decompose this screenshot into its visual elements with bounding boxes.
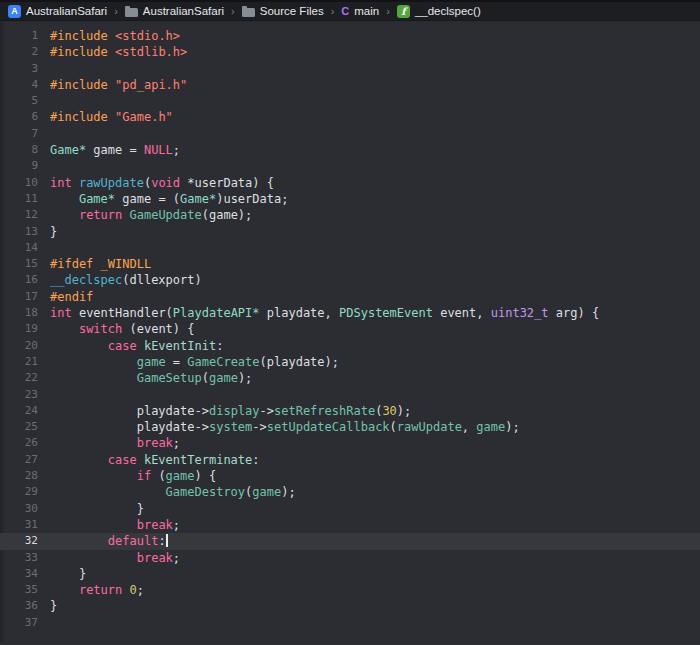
line-number[interactable]: 5 <box>0 93 38 109</box>
code-editor[interactable]: 1#include <stdio.h>2#include <stdlib.h>3… <box>0 21 700 642</box>
line-number[interactable]: 16 <box>0 272 38 288</box>
line-number[interactable]: 33 <box>0 550 38 566</box>
line-number[interactable]: 25 <box>0 419 38 435</box>
line-number[interactable]: 37 <box>0 615 38 631</box>
line-number[interactable]: 13 <box>0 224 38 240</box>
code-line-24[interactable]: 24 playdate->display->setRefreshRate(30)… <box>0 403 700 419</box>
code-line-11[interactable]: 11 Game* game = (Game*)userData; <box>0 191 700 207</box>
line-number[interactable]: 20 <box>0 338 38 354</box>
code-line-7[interactable]: 7 <box>0 126 700 142</box>
line-number[interactable]: 28 <box>0 468 38 484</box>
token-plain: ) { <box>195 469 217 483</box>
line-number[interactable]: 30 <box>0 501 38 517</box>
token-keyword: case <box>108 453 144 467</box>
code-text: default: <box>50 533 168 549</box>
line-number[interactable]: 26 <box>0 435 38 451</box>
token-string: "Game.h" <box>115 110 173 124</box>
line-number[interactable]: 23 <box>0 387 38 403</box>
token-keyword: NULL <box>144 143 173 157</box>
line-number[interactable]: 9 <box>0 158 38 174</box>
line-number[interactable]: 24 <box>0 403 38 419</box>
code-line-33[interactable]: 33 break; <box>0 550 700 566</box>
code-line-1[interactable]: 1#include <stdio.h> <box>0 28 700 44</box>
code-text: __declspec(dllexport) <box>50 272 202 288</box>
token-plain: ); <box>505 420 519 434</box>
line-number[interactable]: 4 <box>0 77 38 93</box>
code-line-28[interactable]: 28 if (game) { <box>0 468 700 484</box>
code-line-20[interactable]: 20 case kEventInit: <box>0 338 700 354</box>
token-keyword: break <box>137 436 173 450</box>
code-line-2[interactable]: 2#include <stdlib.h> <box>0 44 700 60</box>
token-plain: arg) { <box>549 306 600 320</box>
code-line-30[interactable]: 30 } <box>0 501 700 517</box>
code-line-22[interactable]: 22 GameSetup(game); <box>0 370 700 386</box>
code-line-36[interactable]: 36} <box>0 598 700 614</box>
code-line-14[interactable]: 14 <box>0 240 700 256</box>
code-line-3[interactable]: 3 <box>0 61 700 77</box>
code-text: } <box>50 501 144 517</box>
code-text: int eventHandler(PlaydateAPI* playdate, … <box>50 305 599 321</box>
line-number[interactable]: 8 <box>0 142 38 158</box>
line-number[interactable]: 27 <box>0 452 38 468</box>
code-line-27[interactable]: 27 case kEventTerminate: <box>0 452 700 468</box>
line-number[interactable]: 21 <box>0 354 38 370</box>
code-line-29[interactable]: 29 GameDestroy(game); <box>0 484 700 500</box>
line-number[interactable]: 18 <box>0 305 38 321</box>
code-line-8[interactable]: 8Game* game = NULL; <box>0 142 700 158</box>
line-number[interactable]: 12 <box>0 207 38 223</box>
breadcrumb-item-australiansafari[interactable]: AustralianSafari <box>125 5 224 17</box>
line-number[interactable]: 29 <box>0 484 38 500</box>
code-line-5[interactable]: 5 <box>0 93 700 109</box>
breadcrumb-item--declspec-[interactable]: f__declspec() <box>397 5 481 18</box>
line-number[interactable]: 19 <box>0 321 38 337</box>
code-line-18[interactable]: 18int eventHandler(PlaydateAPI* playdate… <box>0 305 700 321</box>
line-number[interactable]: 11 <box>0 191 38 207</box>
line-number[interactable]: 32 <box>0 533 38 549</box>
code-line-12[interactable]: 12 return GameUpdate(game); <box>0 207 700 223</box>
code-line-4[interactable]: 4#include "pd_api.h" <box>0 77 700 93</box>
line-number[interactable]: 1 <box>0 28 38 44</box>
code-line-17[interactable]: 17#endif <box>0 289 700 305</box>
line-number[interactable]: 6 <box>0 109 38 125</box>
token-plain: : <box>158 534 165 548</box>
code-area[interactable]: 1#include <stdio.h>2#include <stdlib.h>3… <box>0 28 700 631</box>
breadcrumb-item-australiansafari[interactable]: AAustralianSafari <box>8 5 107 18</box>
code-line-26[interactable]: 26 break; <box>0 435 700 451</box>
token-plain: ; <box>173 518 180 532</box>
line-number[interactable]: 2 <box>0 44 38 60</box>
code-line-9[interactable]: 9 <box>0 158 700 174</box>
code-line-25[interactable]: 25 playdate->system->setUpdateCallback(r… <box>0 419 700 435</box>
line-number[interactable]: 31 <box>0 517 38 533</box>
line-number[interactable]: 15 <box>0 256 38 272</box>
code-line-34[interactable]: 34 } <box>0 566 700 582</box>
line-number[interactable]: 34 <box>0 566 38 582</box>
code-line-19[interactable]: 19 switch (event) { <box>0 321 700 337</box>
line-number[interactable]: 35 <box>0 582 38 598</box>
code-line-10[interactable]: 10int rawUpdate(void *userData) { <box>0 175 700 191</box>
breadcrumb-item-main[interactable]: Cmain <box>341 5 379 18</box>
code-line-21[interactable]: 21 game = GameCreate(playdate); <box>0 354 700 370</box>
breadcrumb-item-source-files[interactable]: Source Files <box>242 5 324 17</box>
code-line-37[interactable]: 37 <box>0 615 700 631</box>
code-text: GameSetup(game); <box>50 370 252 386</box>
code-line-35[interactable]: 35 return 0; <box>0 582 700 598</box>
code-line-23[interactable]: 23 <box>0 387 700 403</box>
code-line-32[interactable]: 32 default: <box>0 533 700 549</box>
code-line-31[interactable]: 31 break; <box>0 517 700 533</box>
line-number[interactable]: 36 <box>0 598 38 614</box>
line-number[interactable]: 17 <box>0 289 38 305</box>
code-line-16[interactable]: 16__declspec(dllexport) <box>0 272 700 288</box>
line-number[interactable]: 7 <box>0 126 38 142</box>
line-number[interactable]: 10 <box>0 175 38 191</box>
code-line-6[interactable]: 6#include "Game.h" <box>0 109 700 125</box>
token-plain <box>50 371 137 385</box>
code-line-15[interactable]: 15#ifdef _WINDLL <box>0 256 700 272</box>
code-text: case kEventTerminate: <box>50 452 260 468</box>
code-line-13[interactable]: 13} <box>0 224 700 240</box>
token-keyword: break <box>137 551 173 565</box>
line-number[interactable]: 22 <box>0 370 38 386</box>
line-number[interactable]: 14 <box>0 240 38 256</box>
code-text: #include "pd_api.h" <box>50 77 187 93</box>
line-number[interactable]: 3 <box>0 61 38 77</box>
token-preprocessor: #ifdef _WINDLL <box>50 257 151 271</box>
